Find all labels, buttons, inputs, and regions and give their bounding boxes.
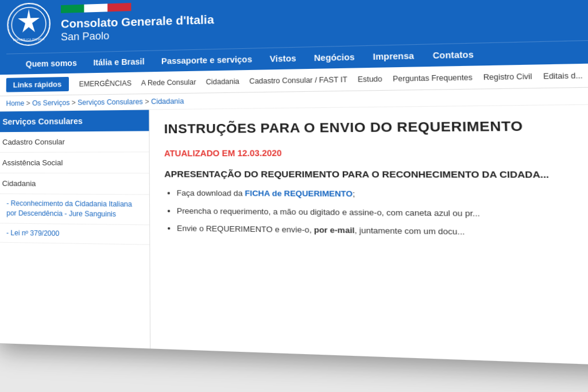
- nav-imprensa[interactable]: Imprensa: [363, 45, 424, 68]
- breadcrumb-servicos-consulares[interactable]: Serviços Consulares: [78, 98, 143, 107]
- list-item-1: Faça download da FICHA de REQUERIMENTO;: [177, 187, 588, 202]
- sec-nav-cadastro-fast-it[interactable]: Cadastro Consular / FAST IT: [246, 74, 351, 87]
- nav-quem-somos[interactable]: Quem somos: [18, 52, 85, 74]
- sidebar: Serviços Consulares Cadastro Consular As…: [0, 110, 150, 348]
- link-ficha-requerimento[interactable]: FICHA de REQUERIMENTO: [245, 189, 353, 199]
- nav-italia-brasil[interactable]: Itália e Brasil: [85, 51, 153, 73]
- list-item-3: Envie o REQUERIMENTO e envie-o, por e-ma…: [177, 223, 588, 241]
- page-container: REPUBBLICA ITALIANA Consolato Generale d…: [0, 0, 588, 369]
- sidebar-item-cadastro[interactable]: Cadastro Consular: [0, 131, 149, 153]
- sec-nav-registro-civil[interactable]: Registro Civil: [479, 71, 536, 83]
- flag-green: [61, 4, 84, 13]
- sec-nav-rede-consular[interactable]: A Rede Consular: [137, 76, 200, 88]
- sec-nav-perguntas[interactable]: Perguntas Frequentes: [389, 72, 477, 84]
- header: REPUBBLICA ITALIANA Consolato Generale d…: [0, 0, 588, 75]
- sidebar-sub-lei-379[interactable]: - Lei nº 379/2000: [0, 223, 149, 245]
- text-por-email: por e-mail: [314, 225, 355, 235]
- nav-passaporte[interactable]: Passaporte e serviços: [153, 48, 261, 72]
- breadcrumb-cidadania[interactable]: Cidadania: [151, 97, 184, 106]
- section-heading: APRESENTAÇÃO DO REQUERIMENTO PARA O RECO…: [164, 169, 588, 180]
- logo-emblem: REPUBBLICA ITALIANA: [6, 2, 52, 48]
- flag-red: [107, 3, 131, 11]
- list-item-2: Preencha o requerimento, a mão ou digita…: [177, 205, 588, 222]
- content-wrapper: Serviços Consulares Cadastro Consular As…: [0, 103, 588, 369]
- sidebar-item-assistencia[interactable]: Assistência Social: [0, 152, 149, 173]
- breadcrumb-sep1: >: [26, 99, 32, 107]
- breadcrumb-sep3: >: [145, 98, 151, 106]
- nav-vistos[interactable]: Vistos: [261, 48, 305, 70]
- nav-contatos[interactable]: Contatos: [423, 43, 483, 67]
- breadcrumb-sep2: >: [72, 99, 78, 107]
- sec-nav-estudo[interactable]: Estudo: [354, 73, 386, 85]
- sec-nav-cidadania[interactable]: Cidadania: [202, 76, 243, 87]
- sidebar-item-cidadania[interactable]: Cidadania: [0, 173, 149, 195]
- sec-nav-editais[interactable]: Editais d...: [539, 69, 587, 81]
- links-rapidos-button[interactable]: Links rápidos: [6, 77, 69, 92]
- bullet-list: Faça download da FICHA de REQUERIMENTO; …: [164, 187, 588, 241]
- main-content: f INSTRUÇÕES PARA O ENVIO DO REQUERIMENT…: [149, 103, 588, 369]
- sidebar-title: Serviços Consulares: [0, 110, 149, 132]
- updated-date: ATUALIZADO EM 12.03.2020: [164, 147, 588, 158]
- breadcrumb-home[interactable]: Home: [6, 99, 25, 107]
- svg-marker-2: [18, 9, 40, 32]
- sidebar-sub-reconhecimento[interactable]: - Reconhecimento da Cidadania Italiana p…: [0, 194, 149, 225]
- nav-negocios[interactable]: Negócios: [305, 46, 364, 69]
- italian-flag: [61, 3, 131, 13]
- breadcrumb-os-servicos[interactable]: Os Serviços: [32, 99, 69, 107]
- sec-nav-emergencias[interactable]: EMERGÊNCIAS: [76, 77, 136, 89]
- header-flag-title: Consolato Generale d'Italia San Paolo: [61, 0, 214, 43]
- flag-white: [84, 3, 107, 12]
- page-title: INSTRUÇÕES PARA O ENVIO DO REQUERIMENTO: [164, 117, 588, 137]
